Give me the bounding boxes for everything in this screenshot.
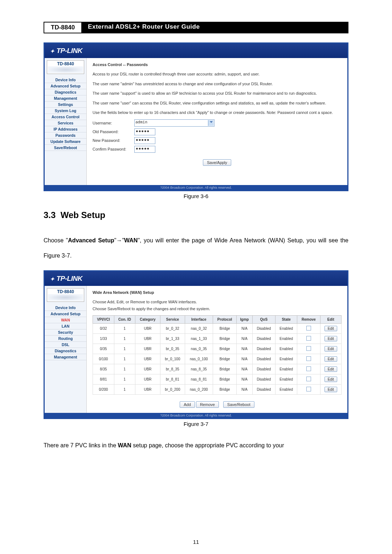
cell: N/A [237, 354, 252, 364]
nav-item[interactable]: Save/Reboot [45, 145, 86, 151]
nav-item[interactable]: Passwords [45, 132, 86, 139]
column-header: Interface [185, 316, 213, 324]
cell: nas_0_100 [185, 354, 213, 364]
new-password-input[interactable]: ●●●●● [134, 137, 155, 144]
cell: 1 [114, 385, 135, 395]
cell: Enabled [275, 364, 297, 374]
cell: 1 [114, 374, 135, 385]
doc-header: TD-8840 External ADSL2+ Router User Guid… [44, 22, 348, 33]
edit-button[interactable]: Edit [324, 366, 337, 372]
edit-button[interactable]: Edit [324, 387, 337, 392]
save-reboot-button[interactable]: Save/Reboot [223, 401, 254, 408]
cell: Bridge [213, 324, 236, 334]
cell: Bridge [213, 354, 236, 364]
add-button[interactable]: Add [180, 401, 195, 408]
cell: 1 [114, 354, 135, 364]
column-header: Con. ID [114, 316, 135, 324]
cell: nas_0_200 [185, 385, 213, 395]
confirm-password-input[interactable]: ●●●●● [134, 146, 155, 153]
nav-item[interactable]: Diagnostics [45, 89, 86, 95]
table-row: 1/331UBRbr_1_33nas_1_33BridgeN/ADisabled… [93, 334, 342, 344]
cell: Enabled [275, 354, 297, 364]
cell: nas_8_81 [185, 374, 213, 385]
cell: br_8_35 [160, 364, 185, 374]
cell: 1 [114, 344, 135, 354]
table-row: 0/1001UBRbr_0_100nas_0_100BridgeN/ADisab… [93, 354, 342, 364]
cell: br_1_33 [160, 334, 185, 344]
nav-item[interactable]: Management [45, 95, 86, 102]
remove-checkbox[interactable] [306, 356, 311, 361]
edit-button[interactable]: Edit [324, 377, 337, 382]
remove-checkbox[interactable] [306, 326, 311, 331]
remove-checkbox[interactable] [306, 377, 311, 381]
nav-item[interactable]: Security [45, 329, 86, 336]
cell: 1 [114, 334, 135, 344]
cell: N/A [237, 374, 252, 385]
cell: 1/33 [93, 334, 114, 344]
cell: br_0_200 [160, 385, 185, 395]
cell: Bridge [213, 334, 236, 344]
column-header: Protocol [213, 316, 236, 324]
nav-item[interactable]: Settings [45, 102, 86, 108]
nav-item[interactable]: Services [45, 120, 86, 126]
cell: UBR [135, 354, 160, 364]
cell: 0/32 [93, 324, 114, 334]
nav-item[interactable]: DSL [45, 342, 86, 348]
cell: 8/81 [93, 374, 114, 385]
cell: Disabled [252, 334, 275, 344]
nav-item[interactable]: LAN [45, 323, 86, 329]
username-select[interactable]: admin [134, 119, 215, 127]
nav-item[interactable]: Diagnostics [45, 348, 86, 354]
edit-button[interactable]: Edit [324, 346, 337, 352]
nav-item[interactable]: WAN [45, 317, 86, 323]
nav-item[interactable]: Management [45, 354, 86, 360]
remove-checkbox[interactable] [306, 336, 311, 341]
nav-item[interactable]: Device Info [45, 305, 86, 311]
remove-checkbox[interactable] [306, 346, 311, 351]
edit-button[interactable]: Edit [324, 336, 337, 341]
edit-button[interactable]: Edit [324, 326, 337, 331]
cell: Enabled [275, 374, 297, 385]
column-header: Edit [320, 316, 341, 324]
column-header: State [275, 316, 297, 324]
cell: Enabled [275, 334, 297, 344]
nav-item[interactable]: Advanced Setup [45, 311, 86, 317]
old-password-input[interactable]: ●●●●● [134, 128, 155, 135]
figure-caption: Figure 3-7 [44, 421, 348, 427]
column-header: Service [160, 316, 185, 324]
save-apply-button[interactable]: Save/Apply [203, 159, 231, 166]
desc-text: Access to your DSL router is controlled … [93, 71, 342, 77]
cell: br_0_100 [160, 354, 185, 364]
cell: N/A [237, 344, 252, 354]
table-row: 0/2001UBRbr_0_200nas_0_200BridgeN/ADisab… [93, 385, 342, 395]
device-name: TD-8840 [48, 61, 83, 66]
nav-item[interactable]: Advanced Setup [45, 83, 86, 89]
table-row: 8/351UBRbr_8_35nas_8_35BridgeN/ADisabled… [93, 364, 342, 374]
nav-item[interactable]: Access Control [45, 114, 86, 120]
cell: Bridge [213, 344, 236, 354]
cell: N/A [237, 324, 252, 334]
remove-checkbox[interactable] [306, 366, 311, 371]
nav-item[interactable]: Update Software [45, 139, 86, 145]
cell: Disabled [252, 385, 275, 395]
logo: ✦TP-LINK [50, 47, 82, 55]
cell: nas_8_35 [185, 364, 213, 374]
remove-checkbox[interactable] [306, 387, 311, 391]
nav-item[interactable]: Routing [45, 336, 86, 342]
model-badge: TD-8840 [44, 22, 82, 33]
confpw-label: Confirm Password: [93, 147, 134, 151]
remove-button[interactable]: Remove [196, 401, 219, 408]
cell: 1 [114, 364, 135, 374]
column-header: Category [135, 316, 160, 324]
cell: Disabled [252, 374, 275, 385]
nav-item[interactable]: Device Info [45, 77, 86, 83]
edit-button[interactable]: Edit [324, 356, 337, 362]
router-header: ✦TP-LINK [45, 271, 347, 286]
table-row: 8/811UBRbr_8_81nas_8_81BridgeN/ADisabled… [93, 374, 342, 385]
nav-item[interactable]: IP Addresses [45, 126, 86, 132]
cell: UBR [135, 334, 160, 344]
cell: nas_1_33 [185, 334, 213, 344]
figure-3-6: ✦TP-LINK TD-8840 Device InfoAdvanced Set… [44, 42, 348, 191]
cell: UBR [135, 385, 160, 395]
nav-item[interactable]: System Log [45, 108, 86, 114]
